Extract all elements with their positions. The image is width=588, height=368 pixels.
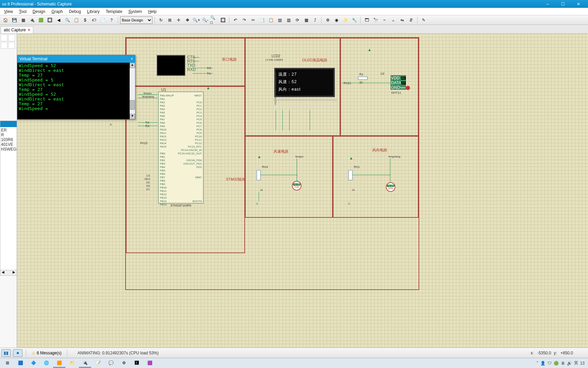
tool-a-icon[interactable]: ⚙: [324, 16, 332, 24]
edit-icon[interactable]: ✎: [420, 16, 428, 24]
taskbar-keil[interactable]: 🅺: [131, 359, 143, 368]
undo-icon[interactable]: ↶: [231, 16, 240, 24]
mode-icon[interactable]: [1, 42, 7, 49]
stop-button[interactable]: ■: [13, 349, 22, 357]
zoomall-icon[interactable]: 🔍□: [210, 16, 218, 24]
zoomarea-icon[interactable]: 🔲: [219, 16, 227, 24]
list-item[interactable]: HSWEG01: [1, 147, 16, 152]
flip-h-icon[interactable]: ⇋: [398, 16, 406, 24]
pause-button[interactable]: ▮▮: [1, 349, 11, 357]
tray-ime[interactable]: 英: [574, 360, 578, 366]
refresh-icon[interactable]: ↻: [157, 16, 165, 24]
block-delete-icon[interactable]: ▦: [302, 16, 310, 24]
messages-button[interactable]: ⚠ 6 Message(s): [30, 351, 64, 355]
pan-icon[interactable]: ✥: [183, 16, 192, 24]
scroll-right-icon[interactable]: ▶: [11, 270, 17, 275]
taskbar-settings[interactable]: ⚙: [118, 359, 130, 368]
lcd-display[interactable]: 温度：27 风速：52 风向：east: [274, 68, 335, 97]
voltprobe-right[interactable]: +1.15 Volts: [386, 182, 395, 192]
menu-graph[interactable]: Graph: [49, 9, 65, 15]
menu-tool[interactable]: Tool: [16, 9, 29, 15]
redo-icon[interactable]: ↷: [240, 16, 248, 24]
device-list-panel[interactable]: ER R 103R6 401VE HSWEG01: [0, 121, 17, 276]
list-item[interactable]: 401VE: [1, 142, 16, 147]
window-icon[interactable]: 🗔: [363, 16, 371, 24]
minimize-button[interactable]: ─: [540, 1, 555, 7]
resistor-r1[interactable]: [358, 77, 368, 80]
cut-icon[interactable]: ✂: [249, 16, 257, 24]
pick-icon[interactable]: ⤴: [311, 16, 319, 24]
zoomin-icon[interactable]: 🔍+: [192, 16, 200, 24]
taskbar-proteus[interactable]: 🔌: [79, 359, 91, 368]
wand-icon[interactable]: ✨: [341, 16, 349, 24]
close-icon[interactable]: ×: [131, 57, 133, 61]
tool-b-icon[interactable]: ◉: [332, 16, 341, 24]
list-icon[interactable]: 📋: [72, 16, 80, 24]
device-list[interactable]: ER R 103R6 401VE HSWEG01: [0, 127, 17, 152]
taskbar-app[interactable]: 🟪: [144, 359, 156, 368]
doc-icon[interactable]: 📄: [99, 16, 107, 24]
copy-icon[interactable]: 📑: [258, 16, 266, 24]
dollar-icon[interactable]: $: [81, 16, 89, 24]
menu-help[interactable]: Help: [145, 9, 159, 15]
system-tray[interactable]: ˄ 👤 🛡 🟢 🖥 🔊 英 13: [536, 360, 587, 366]
binoculars-icon[interactable]: 🔭: [372, 16, 380, 24]
back-icon[interactable]: ◀: [54, 16, 63, 24]
close-button[interactable]: ✕: [571, 1, 586, 7]
chip-icon[interactable]: 🔲: [46, 16, 54, 24]
mode-icon[interactable]: [8, 34, 15, 41]
wrench-icon[interactable]: 🔧: [350, 16, 358, 24]
block-copy-icon[interactable]: ▤: [276, 16, 284, 24]
menu-design[interactable]: Design: [30, 9, 48, 15]
design-select[interactable]: Base Design: [120, 16, 152, 24]
tray-volume-icon[interactable]: 🔊: [567, 361, 572, 366]
maximize-button[interactable]: ☐: [555, 1, 571, 7]
tray-icon[interactable]: 🛡: [548, 361, 552, 366]
pcb-icon[interactable]: 🟩: [37, 16, 45, 24]
align-t-icon[interactable]: ⫟: [380, 16, 389, 24]
schematic-canvas[interactable]: CTS RTS TXD RXD RX TX 串口电路 U1 PA0-WKUP P…: [17, 34, 588, 348]
align-b-icon[interactable]: ⫠: [389, 16, 397, 24]
grid-icon[interactable]: ⊞: [166, 16, 174, 24]
mode-icon[interactable]: [8, 42, 15, 49]
flip-v-icon[interactable]: ⇵: [407, 16, 415, 24]
mcu-u1[interactable]: PA0-WKUP PA1 PA2 PA3 PA4 PA5 PA6 PA7 PA8…: [158, 92, 203, 203]
taskbar-chrome[interactable]: 🌐: [40, 359, 52, 368]
taskbar-app[interactable]: 🟧: [53, 359, 65, 368]
zoomout-icon[interactable]: 🔍-: [201, 16, 209, 24]
scroll-down-icon[interactable]: ▼: [130, 114, 135, 119]
list-item[interactable]: 103R6: [1, 137, 16, 142]
taskbar-wechat[interactable]: 💬: [105, 359, 117, 368]
tray-up-icon[interactable]: ˄: [536, 361, 538, 366]
taskbar-edge[interactable]: 🟦: [14, 359, 27, 368]
area-icon[interactable]: ▦: [19, 16, 27, 24]
tray-time[interactable]: 13: [580, 361, 585, 366]
menu-system[interactable]: System: [126, 9, 145, 15]
scrollbar[interactable]: ▲ ▼: [130, 63, 135, 119]
taskbar-explorer[interactable]: 📁: [66, 359, 78, 368]
paste-icon[interactable]: 📋: [267, 16, 275, 24]
menu-view[interactable]: View: [1, 9, 16, 15]
tray-icon[interactable]: 🟢: [554, 361, 559, 366]
menu-debug[interactable]: Debug: [66, 9, 84, 15]
zoom-icon[interactable]: 🔍: [63, 16, 71, 24]
list-item[interactable]: R: [1, 133, 16, 137]
tab-schematic[interactable]: atic Capture ×: [1, 26, 33, 33]
scroll-thumb[interactable]: [130, 100, 135, 110]
close-icon[interactable]: ×: [28, 28, 30, 32]
tray-icon[interactable]: 🖥: [561, 361, 565, 366]
scroll-left-icon[interactable]: ◀: [0, 270, 6, 275]
block-move-icon[interactable]: ▥: [284, 16, 293, 24]
vterm-device[interactable]: [157, 55, 185, 76]
hscroll[interactable]: ◀ ▶: [0, 270, 17, 276]
tray-icon[interactable]: 👤: [540, 361, 545, 366]
taskbar-start[interactable]: ⊞: [1, 359, 14, 368]
taskbar-word[interactable]: 📝: [92, 359, 104, 368]
block-rotate-icon[interactable]: ⟳: [293, 16, 301, 24]
tag-icon[interactable]: 🏷: [90, 16, 98, 24]
save-icon[interactable]: 💾: [10, 16, 18, 24]
schematic-icon[interactable]: 🔌: [28, 16, 36, 24]
close-icon[interactable]: ×: [110, 122, 112, 127]
home-icon[interactable]: 🏠: [1, 16, 10, 24]
menu-library[interactable]: Library: [84, 9, 102, 15]
